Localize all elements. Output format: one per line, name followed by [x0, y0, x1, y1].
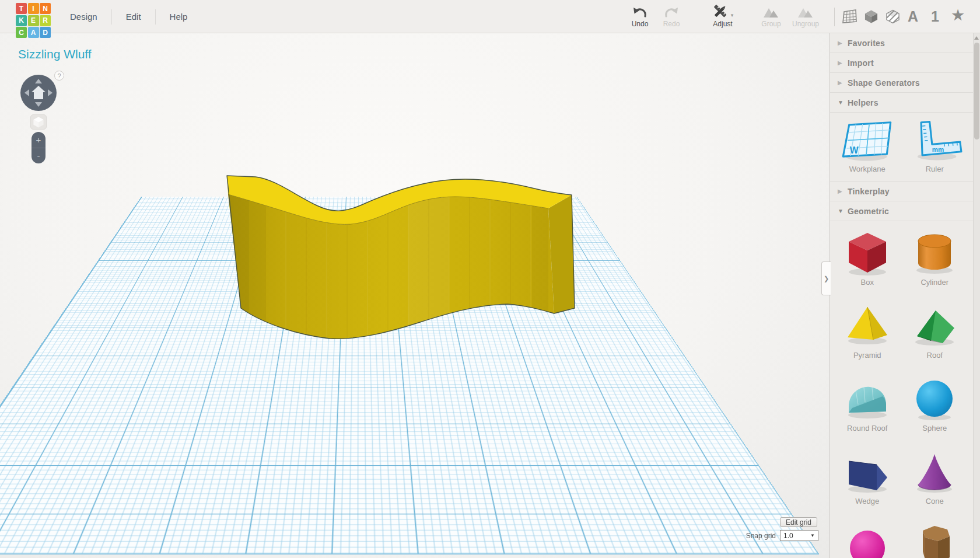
- letters-shortcut[interactable]: A: [908, 9, 918, 24]
- chevron-right-icon: ▶: [838, 40, 848, 46]
- menu-edit[interactable]: Edit: [112, 0, 155, 33]
- sidebar-scrollbar[interactable]: [973, 33, 980, 558]
- view-navigation-pad[interactable]: [19, 74, 58, 114]
- redo-icon: [657, 5, 686, 18]
- undo-icon: [625, 5, 654, 18]
- undo-button[interactable]: Undo: [625, 5, 654, 28]
- hole-cube-icon[interactable]: [886, 9, 900, 26]
- workplane-icon: W: [839, 118, 895, 163]
- section-label: Geometric: [848, 207, 889, 216]
- sidebar-section-favorites[interactable]: ▶ Favorites: [830, 33, 980, 53]
- sidebar-section-import[interactable]: ▶ Import: [830, 53, 980, 73]
- hex-prism-icon: [910, 521, 959, 558]
- menubar: Design Edit Help: [56, 0, 201, 33]
- chevron-down-icon: ▼: [838, 208, 848, 214]
- menu-design[interactable]: Design: [56, 0, 111, 33]
- group-label: Group: [755, 20, 788, 28]
- snap-grid-label: Snap grid: [746, 532, 776, 540]
- logo-tile: E: [28, 15, 39, 26]
- scrollbar-up-arrow[interactable]: [974, 36, 979, 40]
- svg-text:mm: mm: [932, 146, 944, 153]
- sidebar-section-tinkerplay[interactable]: ▶ Tinkerplay: [830, 182, 980, 201]
- wedge-icon: [843, 448, 892, 495]
- group-icon: [755, 5, 788, 18]
- shape-item-sphere[interactable]: Sphere: [904, 375, 965, 433]
- shape-item-workplane[interactable]: W Workplane: [836, 118, 898, 174]
- sidebar-section-shape-generators[interactable]: ▶ Shape Generators: [830, 73, 980, 93]
- svg-text:W: W: [849, 145, 858, 155]
- redo-label: Redo: [657, 20, 686, 28]
- adjust-label: Adjust: [704, 20, 742, 28]
- redo-button[interactable]: Redo: [657, 5, 686, 28]
- logo-tile: A: [28, 27, 39, 38]
- menu-help[interactable]: Help: [156, 0, 202, 33]
- chevron-right-icon: ▶: [838, 60, 848, 66]
- adjust-button[interactable]: ▾ Adjust: [704, 5, 742, 28]
- star-icon[interactable]: ★: [951, 8, 965, 23]
- edit-grid-button[interactable]: Edit grid: [780, 517, 817, 527]
- shape-label: Wedge: [855, 497, 879, 506]
- shape-item-roof[interactable]: Roof: [904, 302, 965, 360]
- shape-label: Round Roof: [847, 424, 887, 433]
- snap-grid-value: 1.0: [783, 532, 793, 540]
- pink-sphere-icon: [843, 521, 892, 558]
- shape-item-pink-sphere[interactable]: [836, 521, 898, 558]
- section-label: Shape Generators: [848, 78, 920, 88]
- shape-item-cone[interactable]: Cone: [904, 448, 965, 506]
- shape-label: Workplane: [849, 165, 886, 174]
- shape-item-wedge[interactable]: Wedge: [836, 448, 898, 506]
- ungroup-icon: [788, 5, 824, 18]
- zoom-out-button[interactable]: -: [32, 148, 46, 164]
- numbers-shortcut[interactable]: 1: [931, 9, 939, 24]
- logo-tile: D: [40, 27, 51, 38]
- chevron-down-icon: ▾: [731, 12, 734, 18]
- scrollbar-thumb[interactable]: [974, 43, 979, 140]
- shape-item-cylinder[interactable]: Cylinder: [904, 229, 965, 287]
- workplane-grid-icon[interactable]: [842, 8, 858, 26]
- shape-label: Cylinder: [921, 278, 949, 287]
- shape-label: Ruler: [926, 165, 944, 174]
- shapes-sidebar: ❯ ▶ Favorites ▶ Import ▶ Shape Generator…: [830, 33, 980, 558]
- roof-icon: [910, 302, 959, 349]
- logo-tile: R: [40, 15, 51, 26]
- adjust-icon: ▾: [704, 5, 742, 18]
- geometric-items: Box Cylinder Pyramid: [830, 221, 980, 558]
- shape-item-hex-prism[interactable]: [904, 521, 965, 558]
- shape-item-round-roof[interactable]: Round Roof: [836, 375, 898, 433]
- chevron-down-icon: ▼: [838, 99, 848, 106]
- view-cube-button[interactable]: [30, 114, 47, 130]
- cone-icon: [910, 448, 959, 495]
- sidebar-collapse-handle[interactable]: ❯: [821, 261, 831, 295]
- solid-cube-icon[interactable]: [864, 9, 878, 26]
- shape-item-pyramid[interactable]: Pyramid: [836, 302, 898, 360]
- model-s-wall[interactable]: [204, 156, 589, 348]
- shape-item-box[interactable]: Box: [836, 229, 898, 287]
- shape-label: Sphere: [922, 424, 947, 433]
- logo-tile: I: [28, 3, 39, 14]
- zoom-control: + -: [32, 132, 46, 163]
- section-label: Tinkerplay: [848, 187, 890, 196]
- logo-tile: N: [40, 3, 51, 14]
- round-roof-icon: [843, 375, 892, 422]
- sidebar-section-helpers[interactable]: ▼ Helpers: [830, 93, 980, 113]
- viewport-3d[interactable]: Sizzling Wluff ? + - Edit grid Snap grid…: [0, 33, 830, 558]
- group-button[interactable]: Group: [755, 5, 788, 28]
- tinkercad-logo[interactable]: T I N K E R C A D: [16, 3, 51, 38]
- section-label: Helpers: [848, 98, 878, 107]
- sidebar-section-geometric[interactable]: ▼ Geometric: [830, 201, 980, 221]
- help-button[interactable]: ?: [54, 71, 64, 81]
- logo-tile: T: [16, 3, 27, 14]
- design-title: Sizzling Wluff: [18, 47, 92, 61]
- sphere-icon: [910, 375, 959, 422]
- shape-label: Cone: [926, 497, 944, 506]
- shape-item-ruler[interactable]: mm Ruler: [904, 118, 965, 174]
- logo-tile: K: [16, 15, 27, 26]
- zoom-in-button[interactable]: +: [32, 132, 46, 148]
- toolbar-divider: [834, 8, 835, 26]
- ungroup-button[interactable]: Ungroup: [788, 5, 824, 28]
- chevron-down-icon: ▼: [810, 533, 815, 538]
- shape-label: Roof: [927, 351, 943, 360]
- chevron-right-icon: ▶: [838, 79, 848, 86]
- snap-grid-select[interactable]: 1.0 ▼: [780, 530, 818, 541]
- undo-label: Undo: [625, 20, 654, 28]
